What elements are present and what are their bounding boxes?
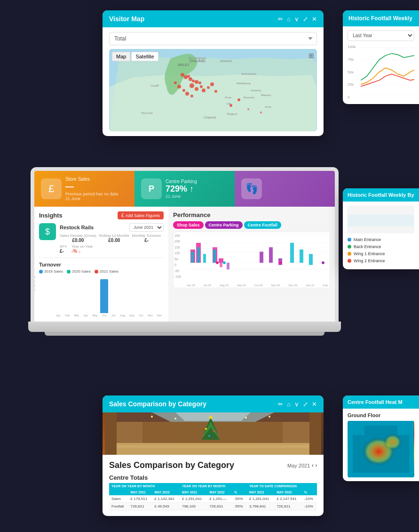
svg-rect-89 — [208, 440, 213, 443]
map-container: Map Satellite ⊞ WALES ENGLAND Netherland… — [109, 49, 317, 131]
sales-prev-icon[interactable]: ‹ — [312, 463, 313, 468]
sales-may22: £ 1,142,341 — [152, 495, 180, 503]
svg-rect-64 — [300, 250, 303, 263]
table-row-footfall: Footfall 726,821 £ 49,549 798,100 726,83… — [109, 503, 317, 510]
th-yoy-month: YEAR ON YEAR BY MONTH — [109, 483, 180, 489]
turnover-legend: 2019 Sales 2020 Sales 2021 Sales — [39, 269, 164, 274]
metric-sales-density: Sales Density (Gross) £0.00 — [60, 234, 96, 243]
insights-panel: Insights £ Add Sales Figures $ Restock R… — [34, 207, 168, 322]
table-row-sales: Sales £ 179,011 £ 1,142,341 £ 1,291,041 … — [109, 495, 317, 503]
sales-close-icon[interactable]: ✕ — [312, 401, 317, 408]
home-icon[interactable]: ⌂ — [287, 16, 291, 23]
insight-icon: $ — [39, 223, 56, 240]
svg-text:Antwerp: Antwerp — [251, 89, 261, 92]
sales-hero-image — [103, 412, 324, 455]
footfall-ytd21: 3,798,841 — [247, 503, 274, 510]
th-may21: MAY 2021 — [128, 489, 152, 495]
pencil-icon[interactable]: ✏ — [278, 16, 283, 23]
insight-details: Restock Rails June 2021 Sales Density (G… — [60, 223, 164, 254]
svg-point-68 — [216, 261, 219, 264]
sales-pct2: -55% — [232, 495, 247, 503]
footfall-may22: £ 49,549 — [152, 503, 180, 510]
sales-date-nav: May 2021 ‹ › — [287, 463, 317, 468]
turnover-section: Turnover 2019 Sales 2020 Sales 2021 Sale… — [39, 262, 164, 317]
th-metric — [109, 489, 128, 495]
map-expand-icon[interactable]: ⊞ — [308, 52, 314, 59]
perf-tab-parking[interactable]: Centre Parking — [205, 221, 243, 229]
perf-chart-svg — [187, 234, 328, 278]
kpi-card-footfall: 👣 — [235, 171, 335, 207]
sales-next-icon[interactable]: › — [316, 463, 317, 468]
legend-wing1-entrance: Wing 1 Entrance — [348, 251, 414, 256]
map-tab-map[interactable]: Map — [112, 52, 130, 61]
pound-icon-box: £ — [41, 178, 62, 199]
svg-text:Arras: Arras — [225, 96, 231, 99]
sales-ytd21: £ 1,281,041 — [247, 495, 274, 503]
map-tab-satellite[interactable]: Satellite — [131, 52, 158, 61]
legend-dot-2020 — [67, 270, 71, 274]
svg-text:Middleburg: Middleburg — [237, 82, 251, 85]
sales-section-title: Centre Totals — [109, 474, 317, 481]
svg-point-18 — [181, 73, 184, 77]
svg-point-19 — [184, 75, 188, 79]
sales-chevron-icon[interactable]: ∨ — [294, 401, 299, 408]
footfall-col5: 726,831 — [207, 503, 231, 510]
hfw-y-labels: 100k 75k 50k 25k 0 — [348, 44, 356, 100]
svg-text:Netherlands: Netherlands — [241, 73, 256, 75]
sales-home-icon[interactable]: ⌂ — [287, 401, 291, 408]
svg-point-25 — [190, 83, 194, 88]
visitor-map-body: Total Map Satellite ⊞ WALES ENGLAND Neth… — [103, 27, 324, 136]
close-icon[interactable]: ✕ — [312, 16, 317, 23]
visitor-map-dropdown[interactable]: Total — [109, 32, 317, 45]
turnover-bar-chart — [54, 275, 164, 313]
metric-label-sales: Sales — [109, 495, 128, 503]
footfall-ytd22: 726,821 — [274, 503, 301, 510]
kpi-parking-info: Centre Parking 729% ↑ 21 June — [166, 179, 228, 199]
heatmap-image — [348, 421, 414, 477]
perf-tab-shop[interactable]: Shop Sales — [173, 221, 204, 229]
laptop-screen: £ Store Sales — Previous period has no d… — [31, 167, 339, 322]
svg-rect-63 — [290, 243, 294, 263]
legend-2019: 2019 Sales — [39, 269, 63, 274]
legend-main-entrance: Main Entrance — [348, 237, 414, 242]
sales-pencil-icon[interactable]: ✏ — [278, 401, 283, 408]
sales-col5: £ 1,291,— — [207, 495, 231, 503]
turnover-bar-labels: Jan Feb Mar Apr May Jun Jul Aug Sep Oct … — [54, 314, 164, 317]
svg-rect-56 — [191, 252, 194, 263]
svg-point-40 — [260, 112, 262, 113]
svg-point-97 — [174, 418, 176, 419]
turnover-chart-wrapper: £155K £140K £124K £109K £88K £76K £52K £… — [39, 275, 164, 317]
metric-label-footfall: Footfall — [109, 503, 128, 510]
add-sales-btn[interactable]: £ Add Sales Figures — [118, 211, 164, 219]
insight-date-select[interactable]: June 2021 — [129, 223, 164, 232]
heatmap-widget: Centre Footfall Heat M Ground Floor — [343, 395, 419, 481]
th-ytd22: MAY 2022 — [274, 489, 301, 495]
svg-rect-80 — [105, 412, 117, 455]
svg-text:Channel: Channel — [204, 116, 216, 119]
hfw-period-select[interactable]: Last Year — [348, 30, 414, 41]
heatmap-title: Centre Footfall Heat M — [348, 399, 414, 405]
legend-2020: 2020 Sales — [67, 269, 91, 274]
svg-point-29 — [207, 86, 210, 89]
hfw-body: Last Year 100k 75k 50k 25k 0 — [343, 26, 419, 104]
svg-text:Maastro: Maastro — [261, 94, 271, 97]
sales-pct3: -10% — [302, 495, 317, 503]
sales-expand-icon[interactable]: ⤢ — [303, 401, 308, 408]
legend-dot-2019 — [39, 270, 43, 274]
svg-point-30 — [210, 82, 214, 86]
perf-tab-footfall[interactable]: Centre Footfall — [244, 221, 282, 229]
th-yoy-month2: YEAR ON YEAR BY MONTH — [180, 483, 247, 489]
kpi-parking-sub: 21 June — [166, 194, 228, 199]
parking-icon: P — [149, 184, 154, 194]
performance-panel: Performance Shop Sales Centre Parking Ce… — [168, 207, 335, 322]
mall-svg — [103, 412, 324, 455]
th-pct3: % — [302, 489, 317, 495]
laptop-content: Insights £ Add Sales Figures $ Restock R… — [34, 207, 335, 322]
footfall-col4: 798,100 — [180, 503, 207, 510]
svg-rect-66 — [220, 263, 222, 267]
expand-icon[interactable]: ⤢ — [303, 16, 308, 23]
kpi-store-sales-sub: Previous period has no data21 June — [65, 192, 128, 201]
chevron-down-icon[interactable]: ∨ — [294, 16, 299, 23]
svg-point-101 — [269, 416, 270, 418]
svg-rect-67 — [227, 263, 229, 269]
